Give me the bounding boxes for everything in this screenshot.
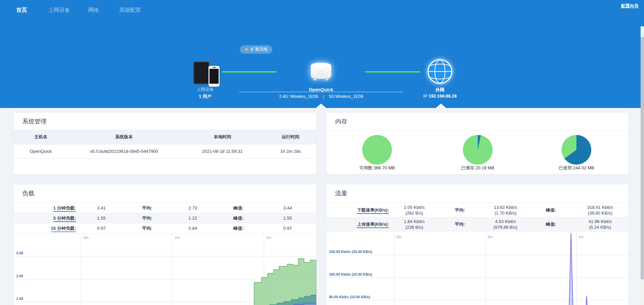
- y-axis-label: 160.00 Kbit/s (20.00 KB/s): [329, 272, 372, 276]
- y-axis-label: 3.00: [16, 251, 23, 255]
- avg-label: 平均:: [455, 207, 465, 213]
- peak-label: 峰值:: [546, 207, 556, 213]
- traffic-chart: 240.00 Kbit/s (30.00 KB/s)160.00 Kbit/s …: [326, 233, 628, 305]
- tablet-icon: [193, 61, 209, 84]
- memory-card-title: 内存: [335, 117, 347, 126]
- router-name: OpenQuick: [287, 87, 355, 92]
- scrollbar-thumb[interactable]: [641, 37, 644, 279]
- wan-ip: 192.168.88.28: [428, 93, 456, 99]
- client-count: 1 用户: [181, 93, 229, 100]
- nav-item-advanced[interactable]: 高级配置: [119, 7, 141, 14]
- card-pointer-triangle: [316, 104, 326, 108]
- client-devices-icon[interactable]: [193, 61, 220, 87]
- load-15min-avg: 0.84: [189, 225, 197, 231]
- load-row-5min: 5 分钟负载: 1.55 平均: 1.22 峰值: 1.55: [14, 213, 316, 223]
- load-chart-area: 3.002.001.003m2m1m: [14, 233, 316, 305]
- download-peak-sub: (39.80 KB/s): [587, 210, 613, 216]
- traffic-chart-area: 240.00 Kbit/s (30.00 KB/s)160.00 Kbit/s …: [326, 233, 628, 305]
- x-axis-label: 3m: [396, 235, 401, 239]
- y-axis-label: 1.00: [16, 297, 23, 301]
- router-button: [319, 71, 323, 74]
- y-axis-label: 80.00 Kbit/s (10.00 KB/s): [329, 295, 370, 299]
- version-value: v5.0.build20210618-0845-5447900: [68, 149, 180, 154]
- system-card-title: 系统管理: [22, 117, 47, 126]
- download-rate-link[interactable]: 下载速率(KB/s):: [357, 207, 389, 214]
- upload-rate-link[interactable]: 上传速率(KB/s):: [357, 222, 389, 228]
- y-axis-label: 240.00 Kbit/s (30.00 KB/s): [329, 250, 372, 254]
- router-icon[interactable]: [311, 63, 331, 80]
- wan-ip-prefix: IP: [423, 93, 427, 99]
- memory-card: 内存 可用数:366.70 MB 已缓存:20.19 MB 已使用:244.02…: [326, 113, 628, 174]
- nav-item-network[interactable]: 网络: [88, 7, 99, 14]
- upload-peak-sub: (5.24 KB/s): [589, 224, 612, 230]
- peak-label: 峰值:: [233, 205, 244, 211]
- uptime-value: 1h 2m 28s: [265, 149, 316, 154]
- upload-peak: 41.96 Kbit/s: [589, 219, 612, 224]
- router-foot: [326, 79, 328, 80]
- load-5min-peak: 1.55: [283, 215, 292, 221]
- peak-label: 峰值:: [546, 221, 556, 227]
- traffic-row-upload: 上传速率(KB/s): 1.84 Kbit/s(236 B/s) 平均: 4.5…: [326, 217, 628, 231]
- divider: [326, 202, 628, 203]
- upload-value: 1.84 Kbit/s: [404, 219, 424, 224]
- ssid-5g: 5G:Wireless_1ED6: [329, 94, 363, 99]
- upload-avg-sub: (579.86 B/s): [494, 224, 518, 230]
- divider: [326, 131, 628, 131]
- ssid-separator: ｜: [321, 94, 325, 99]
- download-avg-sub: (1.70 KB/s): [494, 210, 517, 216]
- x-axis-label: 1m: [578, 235, 584, 239]
- load-15min-value: 0.97: [97, 225, 105, 231]
- x-axis-label: 2m: [488, 235, 493, 239]
- ssid-row: 2.4G: Wireless_1ED6｜5G:Wireless_1ED6: [239, 94, 403, 100]
- load-1min-avg: 2.73: [189, 205, 197, 211]
- download-avg: 13.62 Kbit/s: [494, 204, 517, 210]
- phone-icon: [208, 66, 220, 87]
- router-dashboard: 首页 上网设备 网络 高级配置 配置向导 ✻ 扩展无线: [0, 0, 644, 305]
- load-card-title: 负载: [22, 189, 34, 197]
- card-pointer-triangle: [436, 104, 446, 108]
- x-axis-label: 2m: [175, 235, 180, 240]
- system-card: 系统管理 主机名 系统版本 本地时间 运行时间 OpenQuick v5.0.b…: [14, 113, 316, 174]
- x-axis-label: 3m: [83, 235, 89, 240]
- avg-label: 平均:: [142, 225, 152, 231]
- link-line-router-wan: [365, 71, 421, 73]
- router-top: [311, 63, 331, 68]
- nav-item-home[interactable]: 首页: [16, 7, 27, 14]
- load-5min-avg: 1.22: [189, 215, 197, 221]
- load-row-1min: 1 分钟负载: 3.41 平均: 2.73 峰值: 3.44: [14, 203, 316, 213]
- load-row-15min: 15 分钟负载: 0.97 平均: 0.84 峰值: 0.97: [14, 223, 316, 233]
- load-15min-peak: 0.97: [283, 225, 292, 231]
- col-hostname: 主机名: [14, 134, 68, 140]
- download-peak: 318.41 Kbit/s: [587, 204, 613, 210]
- col-uptime: 运行时间: [265, 134, 316, 140]
- config-wizard-link[interactable]: 配置向导: [621, 3, 639, 9]
- memory-free-label: 可用数:366.70 MB: [337, 165, 418, 171]
- extend-wireless-button[interactable]: ✻ 扩展无线: [240, 45, 272, 54]
- scrollbar[interactable]: [641, 26, 644, 305]
- x-axis-label: 1m: [266, 235, 271, 240]
- load-5min-link[interactable]: 5 分钟负载:: [53, 216, 76, 222]
- sparkle-icon: ✻: [245, 47, 248, 52]
- memory-pie-cached: [463, 135, 493, 165]
- peak-label: 峰值:: [233, 215, 244, 221]
- wan-label: 外网: [416, 87, 464, 93]
- memory-cached-label: 已缓存:20.19 MB: [437, 165, 518, 171]
- load-1min-peak: 3.44: [283, 205, 292, 211]
- wan-ip-line: IP 192.168.88.28: [416, 93, 464, 99]
- router-foot: [314, 79, 316, 80]
- load-15min-link[interactable]: 15 分钟负载:: [51, 226, 76, 232]
- avg-label: 平均:: [142, 215, 152, 221]
- load-1min-link[interactable]: 1 分钟负载:: [53, 205, 76, 212]
- globe-icon[interactable]: [427, 58, 453, 85]
- hostname-value: OpenQuick: [14, 149, 68, 154]
- traffic-card: 流量 下载速率(KB/s): 2.05 Kbit/s(262 B/s) 平均: …: [326, 185, 628, 305]
- system-table-header: 主机名 系统版本 本地时间 运行时间: [14, 130, 316, 144]
- localtime-value: 2021-06-18 11:59:31: [180, 149, 265, 154]
- load-5min-value: 1.55: [97, 215, 105, 221]
- divider: [14, 202, 316, 203]
- nav-item-devices[interactable]: 上网设备: [48, 7, 70, 14]
- link-line-client-router: [222, 71, 277, 73]
- navbar: 首页 上网设备 网络 高级配置: [0, 0, 644, 19]
- upload-avg: 4.53 Kbit/s: [494, 219, 518, 224]
- ssid-2g: 2.4G: Wireless_1ED6: [279, 94, 318, 99]
